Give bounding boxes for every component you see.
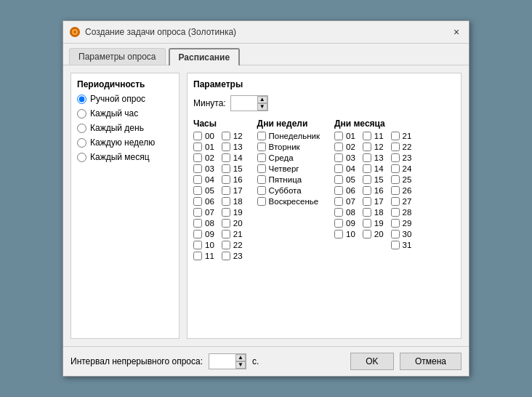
hour-20[interactable]: 20 bbox=[222, 219, 243, 228]
hour-22[interactable]: 22 bbox=[222, 241, 243, 249]
hour-18[interactable]: 18 bbox=[222, 197, 243, 206]
minute-spinner[interactable]: 0 ▲ ▼ bbox=[230, 95, 268, 111]
weekdays-title: Дни недели bbox=[257, 119, 320, 129]
hour-15[interactable]: 15 bbox=[222, 164, 243, 173]
monthdays-col2: 11 12 13 14 15 16 17 18 19 20 bbox=[363, 132, 384, 249]
mday-28[interactable]: 28 bbox=[391, 208, 412, 217]
hour-14[interactable]: 14 bbox=[222, 153, 243, 162]
mday-12[interactable]: 12 bbox=[363, 143, 384, 151]
mday-02[interactable]: 02 bbox=[334, 143, 355, 151]
radio-daily[interactable]: Каждый день bbox=[77, 123, 173, 133]
radio-hourly[interactable]: Каждый час bbox=[77, 108, 173, 119]
interval-down-button[interactable]: ▼ bbox=[235, 361, 246, 369]
hour-02[interactable]: 02 bbox=[193, 153, 214, 162]
radio-manual[interactable]: Ручной опрос bbox=[77, 94, 173, 104]
hour-08[interactable]: 08 bbox=[193, 219, 214, 228]
mday-15[interactable]: 15 bbox=[363, 175, 384, 184]
hour-06[interactable]: 06 bbox=[193, 197, 214, 206]
hour-00[interactable]: 00 bbox=[193, 132, 214, 140]
mday-14[interactable]: 14 bbox=[363, 164, 384, 173]
hour-07[interactable]: 07 bbox=[193, 208, 214, 217]
minute-input[interactable]: 0 bbox=[231, 97, 257, 109]
mday-19[interactable]: 19 bbox=[363, 219, 384, 228]
monthdays-section: Дни месяца 01 02 03 04 05 06 07 08 09 bbox=[334, 119, 411, 260]
radio-monthly[interactable]: Каждый месяц bbox=[77, 152, 173, 162]
monthdays-cols: 01 02 03 04 05 06 07 08 09 10 11 bbox=[334, 132, 411, 249]
mday-01[interactable]: 01 bbox=[334, 132, 355, 140]
mday-16[interactable]: 16 bbox=[363, 186, 384, 195]
hour-19[interactable]: 19 bbox=[222, 208, 243, 217]
interval-input[interactable]: 60 bbox=[209, 356, 235, 367]
mday-29[interactable]: 29 bbox=[391, 219, 412, 228]
minute-up-button[interactable]: ▲ bbox=[257, 96, 267, 103]
mday-11[interactable]: 11 bbox=[363, 132, 384, 140]
hour-12[interactable]: 12 bbox=[222, 132, 243, 140]
hour-13[interactable]: 13 bbox=[222, 143, 243, 151]
day-thursday[interactable]: Четверг bbox=[257, 164, 320, 173]
cancel-button[interactable]: Отмена bbox=[400, 353, 462, 370]
mday-27[interactable]: 27 bbox=[391, 197, 412, 206]
day-tuesday[interactable]: Вторник bbox=[257, 143, 320, 151]
hour-01[interactable]: 01 bbox=[193, 143, 214, 151]
hour-17[interactable]: 17 bbox=[222, 186, 243, 195]
mday-17[interactable]: 17 bbox=[363, 197, 384, 206]
bottom-bar: Интервал непрерывного опроса: 60 ▲ ▼ с. … bbox=[63, 346, 469, 376]
mday-13[interactable]: 13 bbox=[363, 153, 384, 162]
minute-down-button[interactable]: ▼ bbox=[257, 103, 267, 111]
mday-23[interactable]: 23 bbox=[391, 153, 412, 162]
mday-07[interactable]: 07 bbox=[334, 197, 355, 206]
interval-spinner[interactable]: 60 ▲ ▼ bbox=[209, 353, 246, 369]
columns-row: Часы 00 01 02 03 04 05 06 07 08 09 bbox=[193, 119, 455, 260]
day-saturday[interactable]: Суббота bbox=[257, 186, 320, 195]
interval-label: Интервал непрерывного опроса: bbox=[70, 356, 203, 366]
mday-04[interactable]: 04 bbox=[334, 164, 355, 173]
mday-06[interactable]: 06 bbox=[334, 186, 355, 195]
interval-unit: с. bbox=[252, 356, 259, 366]
radio-weekly[interactable]: Каждую неделю bbox=[77, 137, 173, 148]
periodicity-group: Ручной опрос Каждый час Каждый день Кажд… bbox=[77, 94, 173, 162]
day-wednesday[interactable]: Среда bbox=[257, 153, 320, 162]
mday-24[interactable]: 24 bbox=[391, 164, 412, 173]
interval-spinner-buttons: ▲ ▼ bbox=[235, 354, 246, 369]
mday-22[interactable]: 22 bbox=[391, 143, 412, 151]
spinner-buttons: ▲ ▼ bbox=[257, 96, 267, 111]
mday-18[interactable]: 18 bbox=[363, 208, 384, 217]
tab-schedule[interactable]: Расписание bbox=[169, 48, 241, 65]
right-panel: Параметры Минута: 0 ▲ ▼ Часы bbox=[187, 73, 462, 339]
close-button[interactable]: × bbox=[450, 25, 463, 39]
mday-09[interactable]: 09 bbox=[334, 219, 355, 228]
mday-21[interactable]: 21 bbox=[391, 132, 412, 140]
svg-point-2 bbox=[73, 31, 76, 33]
title-bar: Создание задачи опроса (Золотинка) × bbox=[63, 21, 469, 44]
tab-params[interactable]: Параметры опроса bbox=[69, 48, 166, 65]
mday-20[interactable]: 20 bbox=[363, 230, 384, 238]
hour-04[interactable]: 04 bbox=[193, 175, 214, 184]
mday-30[interactable]: 30 bbox=[391, 230, 412, 238]
hour-10[interactable]: 10 bbox=[193, 241, 214, 249]
mday-05[interactable]: 05 bbox=[334, 175, 355, 184]
hours-title: Часы bbox=[193, 119, 243, 129]
mday-31[interactable]: 31 bbox=[391, 241, 412, 249]
hour-16[interactable]: 16 bbox=[222, 175, 243, 184]
day-sunday[interactable]: Воскресенье bbox=[257, 197, 320, 206]
mday-26[interactable]: 26 bbox=[391, 186, 412, 195]
interval-up-button[interactable]: ▲ bbox=[235, 354, 246, 361]
monthdays-col1: 01 02 03 04 05 06 07 08 09 10 bbox=[334, 132, 355, 249]
mday-10[interactable]: 10 bbox=[334, 230, 355, 238]
hour-23[interactable]: 23 bbox=[222, 252, 243, 260]
day-friday[interactable]: Пятница bbox=[257, 175, 320, 184]
hour-11[interactable]: 11 bbox=[193, 252, 214, 260]
mday-25[interactable]: 25 bbox=[391, 175, 412, 184]
ok-button[interactable]: OK bbox=[350, 353, 394, 370]
main-content: Периодичность Ручной опрос Каждый час Ка… bbox=[63, 65, 469, 346]
hour-09[interactable]: 09 bbox=[193, 230, 214, 238]
hour-03[interactable]: 03 bbox=[193, 164, 214, 173]
hour-21[interactable]: 21 bbox=[222, 230, 243, 238]
mday-08[interactable]: 08 bbox=[334, 208, 355, 217]
day-monday[interactable]: Понедельник bbox=[257, 132, 320, 140]
minute-label: Минута: bbox=[193, 98, 226, 108]
minute-row: Минута: 0 ▲ ▼ bbox=[193, 95, 455, 111]
mday-03[interactable]: 03 bbox=[334, 153, 355, 162]
weekdays-section: Дни недели Понедельник Вторник Среда Чет… bbox=[257, 119, 320, 260]
hour-05[interactable]: 05 bbox=[193, 186, 214, 195]
